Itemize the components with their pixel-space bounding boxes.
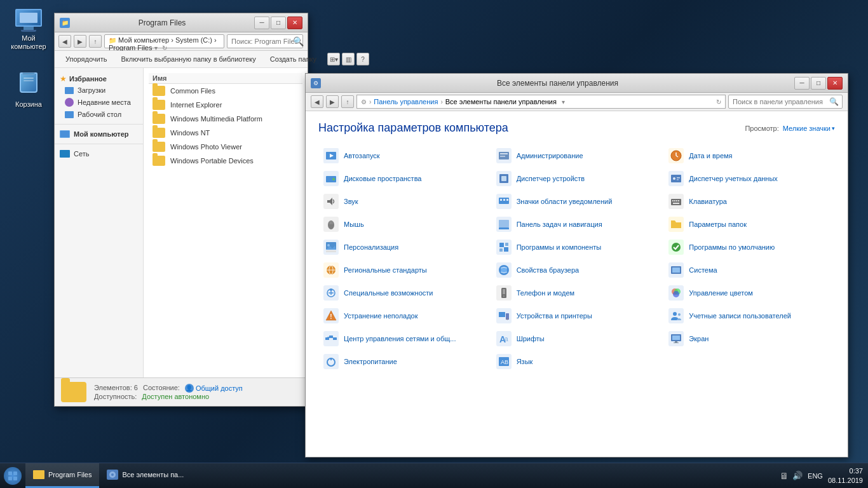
cpanel-item-diskspaces[interactable]: Дисковые пространства	[318, 168, 490, 189]
cpanel-item-useraccts[interactable]: Учетные записи пользователей	[663, 305, 835, 327]
cpanel-item-colorman[interactable]: Управление цветом	[663, 282, 835, 304]
sidebar-item-desktop[interactable]: Рабочий стол	[55, 109, 143, 120]
network-tray-icon[interactable]: 🖥	[780, 471, 789, 481]
cpanel-item-region[interactable]: Региональные стандарты	[318, 259, 490, 281]
desktop-icon-computer[interactable]: Мой компьютер	[6, 6, 51, 53]
sidebar-item-mycomputer-label: Мой компьютер	[74, 130, 129, 138]
explorer-organize-btn[interactable]: Упорядочить	[60, 53, 112, 65]
sidebar-item-mycomputer[interactable]: Мой компьютер	[55, 128, 143, 140]
cpanel-item-notificons[interactable]: Значки области уведомлений	[491, 191, 663, 212]
cpanel-item-folderopt[interactable]: Параметры папок	[663, 214, 835, 235]
cpanel-search-input[interactable]	[728, 95, 843, 109]
cpanel-item-fonts[interactable]: Aa Шрифты	[491, 328, 663, 349]
cpanel-maximize-btn[interactable]: □	[811, 77, 826, 90]
sidebar-item-downloads[interactable]: Загрузки	[55, 85, 143, 96]
cpanel-item-sound[interactable]: Звук	[318, 191, 490, 212]
taskbar-lang[interactable]: ENG	[808, 472, 823, 480]
file-item-wpd[interactable]: Windows Portable Devices	[149, 154, 302, 168]
folder-icon-wpd	[153, 156, 165, 166]
cpanel-view-dropdown[interactable]: Мелкие значки ▾	[783, 125, 835, 132]
cpanel-item-phonemod[interactable]: Телефон и модем	[491, 282, 663, 304]
region-icon	[323, 262, 339, 278]
explorer-view-btn[interactable]: ⊞▾	[327, 53, 340, 65]
cpanel-item-power[interactable]: Электропитание	[318, 351, 490, 372]
cpanel-item-networkcenter[interactable]: Центр управления сетями и общ...	[318, 328, 490, 349]
explorer-maximize-btn[interactable]: □	[271, 17, 286, 29]
taskbar-app-cpanel[interactable]: Все элементы па...	[99, 463, 191, 488]
cpanel-back-btn[interactable]: ◀	[311, 95, 323, 108]
cpanel-item-defaults[interactable]: Программы по умолчанию	[663, 236, 835, 258]
taskbar-date-display: 08.11.2019	[828, 476, 863, 485]
cpanel-item-devmgr[interactable]: Диспетчер устройств	[491, 168, 663, 189]
file-item-wnt[interactable]: Windows NT	[149, 126, 302, 140]
explorer-include-library-btn[interactable]: Включить выбранную папку в библиотеку	[115, 53, 261, 65]
svg-rect-30	[499, 220, 509, 227]
breadcrumb-cpanel[interactable]: Панель управления	[374, 98, 438, 105]
explorer-forward-btn[interactable]: ▶	[74, 35, 86, 48]
taskbar-app-explorer[interactable]: Program Files	[25, 463, 99, 488]
cpanel-item-taskbar[interactable]: Панель задач и навигация	[491, 214, 663, 235]
cpanel-item-accessibility[interactable]: Специальные возможности	[318, 282, 490, 304]
phonemod-label: Телефон и модем	[517, 289, 574, 297]
explorer-minimize-btn[interactable]: ─	[254, 17, 269, 29]
cpanel-address-bar[interactable]: ⚙ › Панель управления › Все элементы пан…	[356, 95, 726, 109]
svg-rect-83	[13, 477, 17, 480]
sidebar-favorites-header[interactable]: ★ Избранное	[55, 73, 143, 85]
sidebar-item-desktop-label: Рабочий стол	[78, 111, 121, 118]
explorer-back-btn[interactable]: ◀	[58, 35, 71, 48]
file-item-wpv-label: Windows Photo Viewer	[170, 143, 242, 151]
cpanel-item-devices[interactable]: Устройства и принтеры	[491, 305, 663, 327]
cpanel-item-datetime[interactable]: Дата и время	[663, 145, 835, 166]
cpanel-view-mode[interactable]: Мелкие значки	[783, 125, 831, 132]
cpanel-item-admin[interactable]: Администрирование	[491, 145, 663, 166]
breadcrumb-sep-2: ›	[440, 98, 442, 105]
cpanel-item-mouse[interactable]: Мышь	[318, 214, 490, 235]
file-item-wmp[interactable]: Windows Multimedia Platform	[149, 112, 302, 126]
cpanel-search-icon: 🔍	[829, 97, 839, 106]
explorer-new-folder-btn[interactable]: Создать папку	[264, 53, 322, 65]
svg-rect-80	[8, 471, 12, 475]
address-dropdown-arrow[interactable]: ▾	[562, 98, 565, 105]
explorer-footer: Элементов: 6 Состояние: 👤 Общий доступ Д…	[55, 377, 308, 406]
desktop-icon-recycle[interactable]: Корзина	[6, 70, 51, 111]
cpanel-item-keyboard[interactable]: Клавиатура	[663, 191, 835, 212]
sidebar-divider-2	[55, 144, 143, 144]
cpanel-item-programs[interactable]: Программы и компоненты	[491, 236, 663, 258]
explorer-search-icon[interactable]: 🔍	[293, 36, 304, 46]
cpanel-item-autostart[interactable]: Автозапуск	[318, 145, 490, 166]
breadcrumb-sep-1: ›	[369, 98, 371, 105]
footer-elements-label: Элементов: 6	[94, 384, 138, 393]
explorer-help-btn[interactable]: ?	[356, 53, 369, 65]
explorer-pane-btn[interactable]: ▥	[342, 53, 355, 65]
file-item-ie[interactable]: Internet Explorer	[149, 98, 302, 112]
sidebar-item-recent[interactable]: Недавние места	[55, 96, 143, 109]
taskbar-explorer-icon	[33, 470, 44, 479]
explorer-search-input[interactable]	[227, 34, 303, 48]
cpanel-item-screen[interactable]: Экран	[663, 328, 835, 349]
sidebar-item-network[interactable]: Сеть	[55, 148, 143, 159]
explorer-up-btn[interactable]: ↑	[89, 35, 102, 48]
cpanel-minimize-btn[interactable]: ─	[794, 77, 810, 90]
volume-tray-icon[interactable]: 🔊	[792, 471, 803, 480]
region-label: Региональные стандарты	[344, 266, 427, 274]
cpanel-up-btn[interactable]: ↑	[341, 95, 354, 108]
svg-rect-39	[504, 247, 508, 252]
cpanel-item-system[interactable]: Система	[663, 259, 835, 281]
taskbar-clock[interactable]: 0:37 08.11.2019	[828, 466, 863, 485]
explorer-close-btn[interactable]: ✕	[287, 17, 302, 29]
explorer-address-bar[interactable]: 📁 Мой компьютер › System (C:) › Program …	[104, 34, 224, 48]
cpanel-item-accounts[interactable]: Диспетчер учетных данных	[663, 168, 835, 189]
footer-access-value[interactable]: Доступен автономно	[142, 393, 209, 400]
address-refresh-icon[interactable]: ↻	[716, 98, 721, 105]
cpanel-forward-btn[interactable]: ▶	[326, 95, 339, 108]
cpanel-item-language[interactable]: АB Язык	[491, 351, 663, 372]
sidebar-item-network-label: Сеть	[74, 150, 89, 158]
cpanel-item-trouble[interactable]: ! Устранение неполадок	[318, 305, 490, 327]
cpanel-close-btn[interactable]: ✕	[827, 77, 843, 90]
file-item-wpv[interactable]: Windows Photo Viewer	[149, 140, 302, 154]
file-item-common[interactable]: Common Files	[149, 84, 302, 98]
cpanel-item-browser[interactable]: Свойства браузера	[491, 259, 663, 281]
footer-state-value[interactable]: 👤 Общий доступ	[185, 384, 243, 393]
cpanel-item-personalize[interactable]: Персонализация	[318, 236, 490, 258]
start-button[interactable]	[0, 463, 25, 489]
